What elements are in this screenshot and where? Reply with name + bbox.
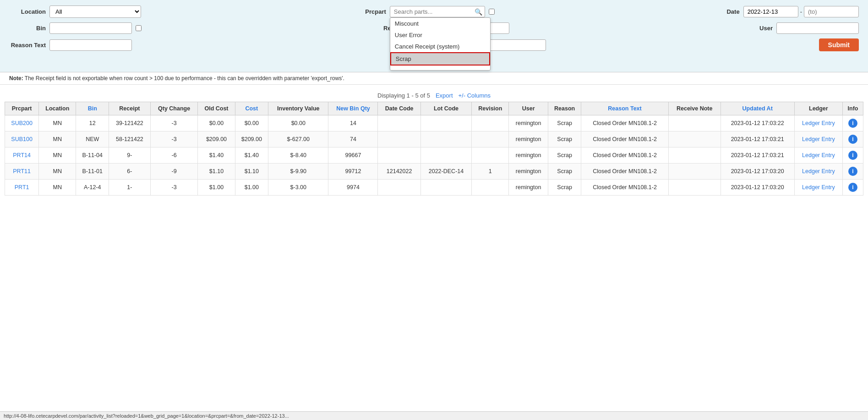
date-to-input[interactable] xyxy=(804,6,859,17)
ledger-cell: Ledger Entry xyxy=(794,180,842,196)
user-cell: remington xyxy=(509,164,548,180)
ledger-cell: Ledger Entry xyxy=(794,115,842,131)
receive-note-cell xyxy=(668,115,721,131)
ledger-cell-link[interactable]: Ledger Entry xyxy=(802,120,835,126)
date-label: Date xyxy=(703,8,740,15)
date-range: - xyxy=(743,6,859,17)
reason-cell: Scrap xyxy=(548,131,581,147)
cost-cell: $209.00 xyxy=(235,131,268,147)
table-row: PRT14MNB-11-049--6$1.40$1.40$-8.4099667r… xyxy=(5,147,863,164)
info-cell: i xyxy=(843,180,863,196)
info-cell: i xyxy=(843,147,863,164)
ledger-cell-link[interactable]: Ledger Entry xyxy=(802,136,835,142)
cost-cell: $1.10 xyxy=(235,164,268,180)
table-row: SUB100MNNEW58-121422-3$209.00$209.00$-62… xyxy=(5,131,863,147)
ledger-cell-link[interactable]: Ledger Entry xyxy=(802,184,835,191)
dropdown-item-cancel-receipt[interactable]: Cancel Receipt (system) xyxy=(390,41,490,52)
user-cell: remington xyxy=(509,147,548,164)
qty-change-cell: -9 xyxy=(150,164,198,180)
info-button[interactable]: i xyxy=(848,183,857,192)
location-cell: MN xyxy=(39,115,76,131)
lot-code-cell xyxy=(420,180,471,196)
note-text: The Receipt field is not exportable when… xyxy=(25,75,344,82)
cost-cell: $0.00 xyxy=(235,115,268,131)
location-group: Location All MN WH OTHER xyxy=(9,5,141,18)
qty-change-cell: -3 xyxy=(150,115,198,131)
export-link[interactable]: Export xyxy=(436,92,453,99)
info-button[interactable]: i xyxy=(848,119,857,128)
user-cell: remington xyxy=(509,131,548,147)
old-cost-cell: $1.10 xyxy=(198,164,235,180)
revision-cell xyxy=(472,180,509,196)
prcpart-cell: PRT11 xyxy=(5,164,39,180)
col-date-code: Date Code xyxy=(378,102,420,115)
prcpart-cell-link[interactable]: PRT14 xyxy=(13,152,31,158)
bin-checkbox[interactable] xyxy=(136,25,142,31)
user-label: User xyxy=(736,25,773,32)
prcpart-cell: SUB200 xyxy=(5,115,39,131)
ledger-cell-link[interactable]: Ledger Entry xyxy=(802,168,835,175)
prcpart-cell-link[interactable]: SUB100 xyxy=(11,136,33,142)
info-button[interactable]: i xyxy=(848,135,857,144)
info-button[interactable]: i xyxy=(848,151,857,160)
reason-text-cell: Closed Order MN108.1-2 xyxy=(581,147,668,164)
prcpart-cell-link[interactable]: PRT1 xyxy=(15,184,29,191)
location-label: Location xyxy=(9,8,46,15)
info-cell: i xyxy=(843,131,863,147)
prcpart-cell-link[interactable]: PRT11 xyxy=(13,168,31,175)
bin-cell: B-11-01 xyxy=(76,164,109,180)
note-bar: Note: The Receipt field is not exportabl… xyxy=(0,72,868,85)
updated-at-cell: 2023-01-12 17:03:21 xyxy=(721,131,794,147)
bin-cell: B-11-04 xyxy=(76,147,109,164)
date-code-cell xyxy=(378,131,420,147)
location-cell: MN xyxy=(39,147,76,164)
prcpart-cell: PRT14 xyxy=(5,147,39,164)
dropdown-item-user-error[interactable]: User Error xyxy=(390,29,490,41)
old-cost-cell: $0.00 xyxy=(198,115,235,131)
reason-text-input[interactable] xyxy=(49,39,132,51)
filter-row-1: Location All MN WH OTHER Prcpart 🔍 Misco… xyxy=(9,5,859,18)
bin-input[interactable] xyxy=(49,22,132,34)
col-receipt: Receipt xyxy=(109,102,151,115)
col-new-bin-qty: New Bin Qty xyxy=(328,102,378,115)
info-button[interactable]: i xyxy=(848,167,857,176)
prcpart-cell-link[interactable]: SUB200 xyxy=(11,120,33,126)
reason-text-group: Reason Text xyxy=(9,39,132,51)
new-bin-qty-cell: 74 xyxy=(328,131,378,147)
receive-note-cell xyxy=(668,131,721,147)
old-cost-cell: $1.40 xyxy=(198,147,235,164)
col-ledger: Ledger xyxy=(794,102,842,115)
date-code-cell: 12142022 xyxy=(378,164,420,180)
user-input[interactable] xyxy=(776,22,859,34)
reason-text-cell: Closed Order MN108.1-2 xyxy=(581,180,668,196)
revision-cell: 1 xyxy=(472,164,509,180)
dropdown-item-empty[interactable] xyxy=(390,65,490,70)
prcpart-label: Prcpart xyxy=(349,8,386,15)
col-old-cost: Old Cost xyxy=(198,102,235,115)
filter-panel: Location All MN WH OTHER Prcpart 🔍 Misco… xyxy=(0,0,868,72)
date-from-input[interactable] xyxy=(743,6,798,17)
search-icon[interactable]: 🔍 xyxy=(475,8,482,16)
prcpart-checkbox[interactable] xyxy=(489,9,495,15)
qty-change-cell: -3 xyxy=(150,131,198,147)
cost-cell: $1.00 xyxy=(235,180,268,196)
date-code-cell xyxy=(378,180,420,196)
location-select[interactable]: All MN WH OTHER xyxy=(49,5,141,18)
ledger-cell-link[interactable]: Ledger Entry xyxy=(802,152,835,158)
col-info: Info xyxy=(843,102,863,115)
table-row: PRT1MNA-12-41--3$1.00$1.00$-3.009974remi… xyxy=(5,180,863,196)
receipt-cell: 58-121422 xyxy=(109,131,151,147)
submit-button[interactable]: Submit xyxy=(819,38,859,51)
receive-note-cell xyxy=(668,147,721,164)
bin-cell: A-12-4 xyxy=(76,180,109,196)
reason-text-label: Reason Text xyxy=(9,42,46,49)
dropdown-item-scrap[interactable]: Scrap xyxy=(390,52,490,65)
prcpart-group: Prcpart 🔍 Miscount User Error Cancel Rec… xyxy=(349,6,495,17)
date-group: Date - xyxy=(703,6,859,17)
receipt-cell: 9- xyxy=(109,147,151,164)
columns-link[interactable]: +/- Columns xyxy=(459,92,491,99)
prcpart-input[interactable] xyxy=(390,6,485,17)
date-separator: - xyxy=(800,8,802,15)
dropdown-item-miscount[interactable]: Miscount xyxy=(390,18,490,29)
user-group: User xyxy=(736,22,859,34)
